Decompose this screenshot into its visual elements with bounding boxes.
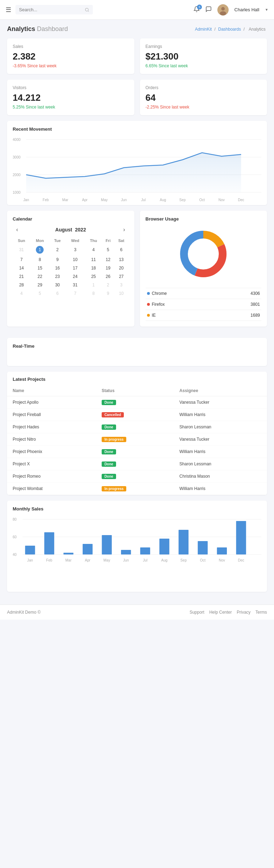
project-assignee: Vanessa Tucker bbox=[174, 433, 267, 446]
footer: AdminKit Demo © Support Help Center Priv… bbox=[0, 604, 274, 620]
cal-date[interactable]: 24 bbox=[65, 272, 85, 281]
cal-date[interactable]: 22 bbox=[30, 272, 50, 281]
cal-date[interactable]: 10 bbox=[65, 255, 85, 264]
stat-change-sales: -3.65% Since last week bbox=[13, 63, 129, 68]
cal-date[interactable]: 31 bbox=[13, 244, 30, 255]
cal-date[interactable]: 10 bbox=[114, 289, 128, 298]
cal-date[interactable]: 20 bbox=[114, 264, 128, 272]
project-status: Done bbox=[96, 421, 174, 433]
cal-date[interactable]: 4 bbox=[85, 244, 102, 255]
cal-date[interactable]: 9 bbox=[50, 255, 65, 264]
cal-date[interactable]: 1 bbox=[30, 244, 50, 255]
footer-support[interactable]: Support bbox=[190, 610, 204, 615]
table-row: Project RomeoDoneChristina Mason bbox=[7, 470, 267, 483]
bar-nov bbox=[217, 547, 227, 554]
cal-date[interactable]: 18 bbox=[85, 264, 102, 272]
project-name: Project Apollo bbox=[7, 396, 96, 409]
cal-date[interactable]: 30 bbox=[50, 281, 65, 289]
svg-line-1 bbox=[88, 11, 89, 11]
notification-bell[interactable]: 5 bbox=[193, 6, 200, 14]
avatar bbox=[217, 4, 229, 16]
cal-date[interactable]: 2 bbox=[50, 244, 65, 255]
table-row: Project XDoneSharon Lessman bbox=[7, 458, 267, 470]
cal-date[interactable]: 8 bbox=[85, 289, 102, 298]
cal-date[interactable]: 11 bbox=[85, 255, 102, 264]
svg-point-3 bbox=[221, 7, 225, 11]
breadcrumb-dashboards[interactable]: Dashboards bbox=[218, 27, 241, 32]
browser-ie-value: 1689 bbox=[250, 313, 260, 318]
calendar-next[interactable]: › bbox=[121, 226, 127, 234]
cal-date[interactable]: 3 bbox=[114, 281, 128, 289]
status-badge: Cancelled bbox=[102, 412, 124, 417]
project-status: Done bbox=[96, 458, 174, 470]
cal-date[interactable]: 29 bbox=[30, 281, 50, 289]
svg-text:Jul: Jul bbox=[143, 558, 147, 562]
project-assignee: Sharon Lessman bbox=[174, 458, 267, 470]
user-name[interactable]: Charles Hall bbox=[234, 7, 259, 12]
cal-day-sun: Sun bbox=[13, 237, 30, 244]
cal-date[interactable]: 1 bbox=[85, 281, 102, 289]
cal-date[interactable]: 27 bbox=[114, 272, 128, 281]
svg-text:Sep: Sep bbox=[180, 558, 187, 562]
footer-privacy[interactable]: Privacy bbox=[237, 610, 250, 615]
cal-date[interactable]: 21 bbox=[13, 272, 30, 281]
page-title-bold: Analytics bbox=[7, 25, 35, 32]
cal-date[interactable]: 17 bbox=[65, 264, 85, 272]
calendar-prev[interactable]: ‹ bbox=[14, 226, 20, 234]
cal-date[interactable]: 3 bbox=[65, 244, 85, 255]
project-name: Project Phoenix bbox=[7, 446, 96, 458]
table-row: Project ApolloDoneVanessa Tucker bbox=[7, 396, 267, 409]
svg-text:Aug: Aug bbox=[161, 558, 167, 562]
project-name: Project Hades bbox=[7, 421, 96, 433]
projects-table: Name Status Assignee Project ApolloDoneV… bbox=[7, 385, 267, 495]
page-title: Analytics Dashboard bbox=[7, 25, 68, 33]
status-badge: Done bbox=[102, 461, 116, 467]
svg-text:Jan: Jan bbox=[23, 198, 29, 202]
cal-date[interactable]: 6 bbox=[50, 289, 65, 298]
cal-date[interactable]: 19 bbox=[102, 264, 114, 272]
search-input[interactable] bbox=[19, 7, 83, 12]
cal-date[interactable]: 9 bbox=[102, 289, 114, 298]
cal-date[interactable]: 12 bbox=[102, 255, 114, 264]
cal-date[interactable]: 31 bbox=[65, 281, 85, 289]
svg-text:Feb: Feb bbox=[43, 198, 49, 202]
footer-help[interactable]: Help Center bbox=[209, 610, 232, 615]
table-row: Project NitroIn progressVanessa Tucker bbox=[7, 433, 267, 446]
cal-date[interactable]: 28 bbox=[13, 281, 30, 289]
chrome-dot bbox=[147, 292, 150, 295]
menu-icon[interactable]: ☰ bbox=[6, 6, 11, 14]
svg-text:Sep: Sep bbox=[179, 198, 186, 202]
cal-date[interactable]: 7 bbox=[13, 255, 30, 264]
bar-chart: 80 60 40 bbox=[13, 516, 261, 586]
cal-date[interactable]: 15 bbox=[30, 264, 50, 272]
svg-text:Jul: Jul bbox=[141, 198, 146, 202]
cal-date[interactable]: 8 bbox=[30, 255, 50, 264]
cal-date[interactable]: 4 bbox=[13, 289, 30, 298]
breadcrumb-adminkit[interactable]: AdminKit bbox=[195, 27, 212, 32]
stat-label-visitors: Visitors bbox=[13, 85, 129, 90]
message-icon[interactable] bbox=[205, 6, 212, 14]
project-name: Project Romeo bbox=[7, 470, 96, 483]
cal-date[interactable]: 26 bbox=[102, 272, 114, 281]
bar-sep bbox=[179, 530, 189, 554]
cal-date[interactable]: 2 bbox=[102, 281, 114, 289]
calendar-month-year: August 2022 bbox=[55, 227, 86, 232]
stat-change-visitors: 5.25% Since last week bbox=[13, 105, 129, 110]
table-row: Project PhoenixDoneWilliam Harris bbox=[7, 446, 267, 458]
svg-marker-13 bbox=[26, 153, 241, 193]
stat-card-orders: Orders 64 -2.25% Since last week bbox=[140, 80, 267, 115]
svg-point-4 bbox=[220, 11, 226, 16]
projects-card: Latest Projects Name Status Assignee Pro… bbox=[7, 372, 267, 495]
cal-date[interactable]: 5 bbox=[102, 244, 114, 255]
header-right: 5 Charles Hall ▼ bbox=[193, 4, 268, 16]
cal-date[interactable]: 5 bbox=[30, 289, 50, 298]
footer-terms[interactable]: Terms bbox=[255, 610, 267, 615]
cal-date[interactable]: 14 bbox=[13, 264, 30, 272]
svg-text:Mar: Mar bbox=[65, 558, 72, 562]
cal-date[interactable]: 13 bbox=[114, 255, 128, 264]
cal-date[interactable]: 6 bbox=[114, 244, 128, 255]
cal-date[interactable]: 7 bbox=[65, 289, 85, 298]
cal-date[interactable]: 16 bbox=[50, 264, 65, 272]
cal-date[interactable]: 23 bbox=[50, 272, 65, 281]
cal-date[interactable]: 25 bbox=[85, 272, 102, 281]
